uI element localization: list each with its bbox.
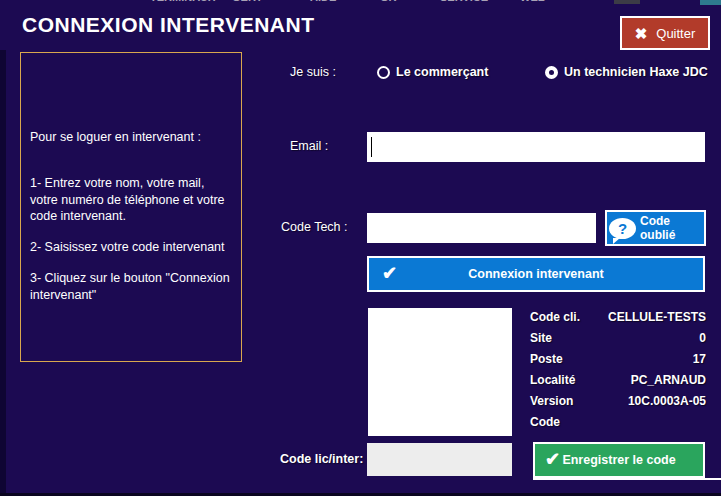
radio-technician[interactable] (545, 66, 558, 79)
info-label: Code (530, 415, 560, 429)
menu-fragment: AIDE (310, 0, 336, 3)
info-label: Poste (530, 352, 563, 366)
menu-fragment-dark (614, 0, 640, 4)
check-icon: ✔ (545, 448, 560, 470)
info-value: PC_ARNAUD (631, 373, 706, 387)
info-row: Localité PC_ARNAUD (530, 369, 706, 390)
menu-fragment: GERY (232, 0, 263, 3)
save-code-label: Enregistrer le code (562, 453, 675, 467)
radio-technician-label[interactable]: Un technicien Haxe JDC (564, 65, 708, 79)
forgot-code-button[interactable]: ? Code oublié (605, 210, 706, 246)
info-label: Localité (530, 373, 575, 387)
connect-button[interactable]: ✔ Connexion intervenant (367, 256, 705, 292)
menu-fragment: GK (380, 0, 397, 3)
save-code-button[interactable]: ✔ Enregistrer le code (533, 442, 705, 478)
quit-button[interactable]: ✖ Quitter (620, 16, 710, 50)
info-row: Version 10C.0003A-05 (530, 390, 706, 411)
info-value: CELLULE-TESTS (608, 310, 706, 324)
info-value: 0 (699, 331, 706, 345)
top-menu-strip: TERMINAUX GERY AIDE GK SERVICE WEB (0, 0, 721, 5)
license-code-label: Code lic/inter: (280, 452, 363, 466)
instructions-intro: Pour se loguer en intervenant : (30, 129, 232, 145)
forgot-code-label: Code oublié (640, 214, 702, 242)
connect-button-label: Connexion intervenant (468, 267, 603, 281)
info-value: 17 (693, 352, 706, 366)
instruction-step: 3- Cliquez sur le bouton "Connexion inte… (30, 270, 232, 303)
menu-fragment: WEB (520, 0, 546, 3)
radio-merchant-label[interactable]: Le commerçant (396, 65, 488, 79)
station-info-panel: Code cli. CELLULE-TESTS Site 0 Poste 17 … (530, 306, 706, 432)
instructions-panel: Pour se loguer en intervenant : 1- Entre… (20, 52, 242, 362)
info-value: 10C.0003A-05 (628, 394, 706, 408)
code-tech-field[interactable] (367, 213, 596, 243)
quit-button-label: Quitter (656, 26, 695, 41)
info-label: Code cli. (530, 310, 580, 324)
info-label: Version (530, 394, 573, 408)
info-label: Site (530, 331, 552, 345)
email-label: Email : (290, 139, 328, 153)
instruction-step: 2- Saisissez votre code intervenant (30, 239, 232, 255)
info-row: Code (530, 411, 706, 432)
radio-merchant[interactable] (377, 66, 390, 79)
info-row: Site 0 (530, 327, 706, 348)
qr-code-placeholder (368, 308, 512, 436)
question-bubble-icon: ? (609, 218, 636, 239)
connexion-intervenant-window: TERMINAUX GERY AIDE GK SERVICE WEB CONNE… (0, 0, 721, 496)
close-icon: ✖ (635, 26, 648, 41)
email-field[interactable] (367, 132, 705, 162)
menu-fragment: SERVICE (440, 0, 488, 3)
license-code-field[interactable] (367, 443, 512, 476)
window-corner-fragment (700, 0, 721, 5)
menu-fragment: TERMINAUX (150, 0, 215, 3)
check-icon: ✔ (382, 262, 397, 284)
text-caret (371, 137, 372, 157)
info-row: Poste 17 (530, 348, 706, 369)
instruction-step: 1- Entrez votre nom, votre mail, votre n… (30, 175, 232, 224)
identity-label: Je suis : (290, 65, 336, 79)
frame-line (533, 478, 721, 480)
info-row: Code cli. CELLULE-TESTS (530, 306, 706, 327)
code-tech-label: Code Tech : (281, 220, 347, 234)
window-left-edge (0, 50, 6, 496)
page-title: CONNEXION INTERVENANT (22, 13, 314, 37)
